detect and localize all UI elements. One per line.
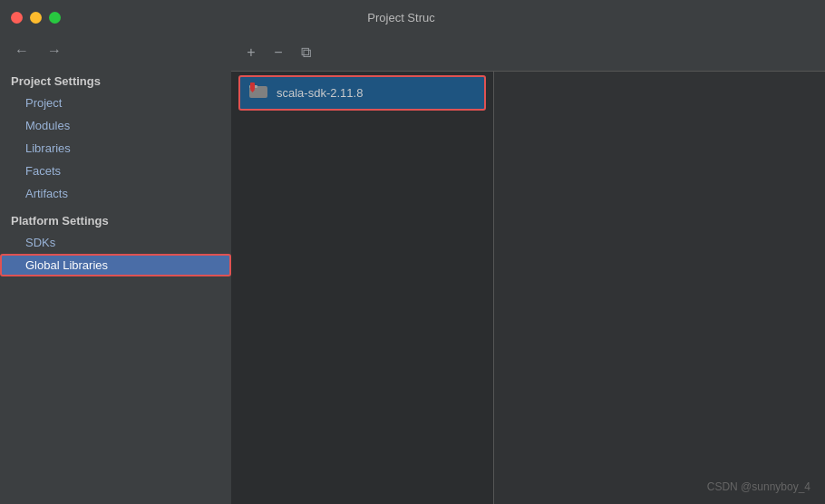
remove-button[interactable]: − [267,42,289,63]
sdk-item-label: scala-sdk-2.11.8 [277,86,363,100]
content-panel: + − ⧉ [231,34,825,504]
window-controls [11,12,61,24]
watermark: CSDN @sunnyboy_4 [707,480,810,493]
project-settings-header: Project Settings [0,67,231,92]
svg-rect-2 [250,82,255,90]
content-area: + − ⧉ [231,34,825,504]
forward-button[interactable]: → [44,42,65,60]
sidebar-item-libraries[interactable]: Libraries [0,137,231,160]
minimize-button[interactable] [30,12,42,24]
copy-button[interactable]: ⧉ [295,42,316,63]
back-button[interactable]: ← [11,42,33,60]
sdk-item-scala[interactable]: scala-sdk-2.11.8 [238,75,486,111]
sidebar-item-artifacts[interactable]: Artifacts [0,182,231,205]
sidebar-item-facets[interactable]: Facets [0,160,231,182]
sdk-detail-panel [494,72,825,504]
toolbar: + − ⧉ [231,34,825,72]
title-bar: Project Struc [0,0,825,34]
sdk-folder-icon [249,82,269,103]
content-body: scala-sdk-2.11.8 [231,72,825,504]
sidebar-item-global-libraries[interactable]: Global Libraries [0,254,231,276]
sidebar-item-project[interactable]: Project [0,92,231,114]
close-button[interactable] [11,12,23,24]
maximize-button[interactable] [49,12,61,24]
sidebar: ← → Project Settings Project Modules Lib… [0,34,231,504]
sidebar-item-sdks[interactable]: SDKs [0,231,231,254]
platform-settings-header: Platform Settings [0,205,231,231]
sdk-list: scala-sdk-2.11.8 [231,72,494,504]
add-button[interactable]: + [240,42,262,63]
window-title: Project Struc [367,11,434,24]
main-container: ← → Project Settings Project Modules Lib… [0,34,825,504]
sidebar-item-modules[interactable]: Modules [0,114,231,137]
sidebar-nav: ← → [0,34,231,67]
